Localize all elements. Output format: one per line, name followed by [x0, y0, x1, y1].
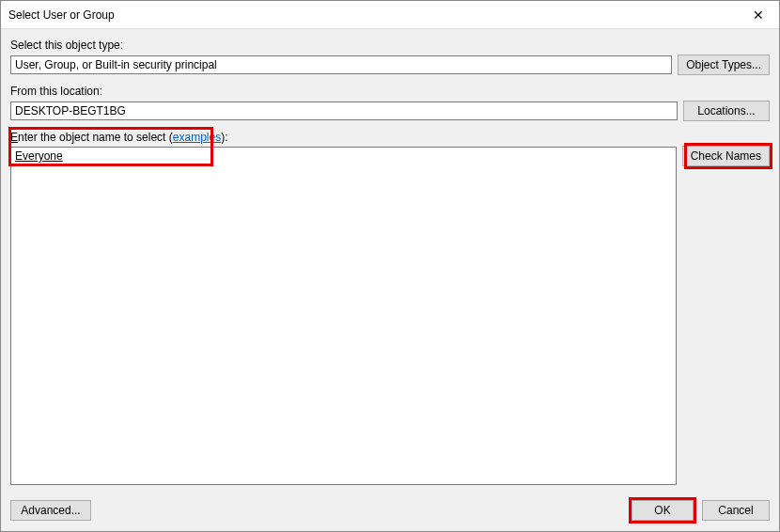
object-type-section: Select this object type: User, Group, or…	[10, 39, 770, 75]
close-icon: ✕	[753, 8, 764, 23]
cancel-button[interactable]: Cancel	[702, 500, 770, 521]
location-label: From this location:	[10, 85, 770, 98]
examples-link[interactable]: examples	[173, 131, 221, 144]
location-field: DESKTOP-BEGT1BG	[10, 102, 678, 120]
ok-button[interactable]: OK	[632, 500, 694, 521]
object-type-field: User, Group, or Built-in security princi…	[10, 55, 672, 74]
enter-name-section: Enter the object name to select (example…	[10, 131, 770, 485]
locations-button[interactable]: Locations...	[683, 101, 770, 121]
titlebar: Select User or Group ✕	[1, 1, 779, 29]
dialog-content: Select this object type: User, Group, or…	[1, 29, 779, 490]
highlight-ok: OK	[629, 497, 696, 524]
close-button[interactable]: ✕	[737, 1, 779, 29]
location-section: From this location: DESKTOP-BEGT1BG Loca…	[10, 85, 770, 121]
advanced-button[interactable]: Advanced...	[10, 500, 91, 521]
resolved-name: Everyone	[15, 149, 63, 163]
object-types-button[interactable]: Object Types...	[678, 55, 770, 75]
check-names-button[interactable]: Check Names	[682, 146, 770, 166]
dialog-footer: Advanced... OK Cancel	[1, 490, 779, 531]
object-name-input[interactable]: Everyone	[10, 147, 677, 485]
window-title: Select User or Group	[8, 8, 115, 22]
enter-name-label: Enter the object name to select (example…	[10, 131, 677, 144]
object-type-label: Select this object type:	[10, 39, 770, 52]
